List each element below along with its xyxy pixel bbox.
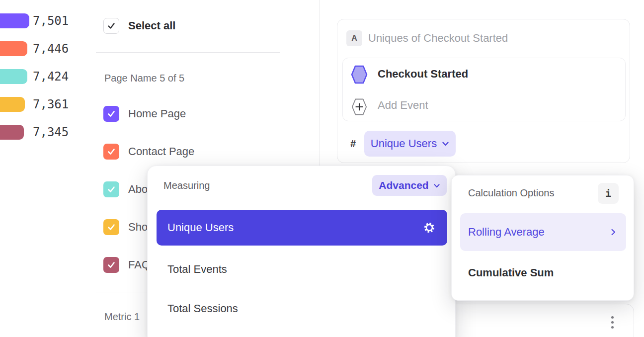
chevron-right-icon — [610, 228, 616, 236]
event-hexagon-icon — [351, 65, 368, 86]
measurement-chip[interactable]: Unique Users — [364, 131, 456, 157]
checkbox-contact-page[interactable] — [103, 144, 119, 160]
count-hash-symbol: # — [350, 131, 356, 157]
menu-option-label: Unique Users — [167, 221, 234, 234]
check-icon — [107, 223, 116, 232]
divider — [96, 52, 280, 53]
checkbox-about-page[interactable] — [103, 181, 119, 197]
legend-value-5: 7,345 — [33, 125, 69, 140]
add-event-button[interactable]: Add Event — [378, 91, 428, 120]
checkbox-shop-page[interactable] — [103, 219, 119, 235]
chevron-down-icon — [433, 183, 440, 188]
menu-option-label: Total Sessions — [167, 302, 238, 315]
calc-option-label: Rolling Average — [468, 226, 545, 239]
chevron-down-icon — [442, 141, 449, 147]
kebab-dot — [611, 316, 614, 319]
calculation-options-title: Calculation Options — [468, 187, 554, 199]
measuring-menu: Measuring Advanced Unique Users Total Ev… — [147, 166, 456, 337]
event-name[interactable]: Checkout Started — [378, 58, 468, 90]
legend-bar-5 — [0, 125, 24, 140]
calc-option-rolling-average[interactable]: Rolling Average — [460, 213, 626, 251]
query-builder-card: A Uniques of Checkout Started Checkout S… — [337, 19, 630, 163]
select-all-label: Select all — [128, 18, 175, 34]
checkbox-faq-page[interactable] — [103, 257, 119, 273]
calc-option-cumulative-sum[interactable]: Cumulative Sum — [468, 262, 554, 284]
label-home-page: Home Page — [128, 106, 186, 122]
label-contact-page: Contact Page — [128, 144, 194, 160]
select-all-checkbox[interactable] — [103, 18, 119, 34]
legend-bar-1 — [0, 13, 29, 28]
info-icon[interactable]: i — [598, 183, 619, 204]
legend-value-3: 7,424 — [33, 69, 69, 84]
metric-label: Metric 1 — [104, 311, 140, 323]
advanced-mode-dropdown[interactable]: Advanced — [372, 175, 447, 196]
add-event-hexagon-icon — [351, 98, 367, 118]
kebab-dot — [611, 321, 614, 324]
check-icon — [107, 260, 116, 269]
kebab-menu-button[interactable] — [608, 313, 617, 332]
event-list-card: Checkout Started Add Event — [342, 58, 626, 121]
measurement-chip-label: Unique Users — [371, 137, 437, 150]
legend-bar-2 — [0, 41, 27, 56]
calculation-options-menu: Calculation Options i Rolling Average Cu… — [451, 175, 634, 301]
check-icon — [107, 147, 116, 156]
checkbox-home-page[interactable] — [103, 106, 119, 122]
menu-option-unique-users[interactable]: Unique Users — [157, 210, 447, 246]
analytics-screen: 7,501 7,446 7,424 7,361 7,345 Select all… — [0, 0, 644, 337]
legend-bar-4 — [0, 97, 25, 112]
group-label: Page Name 5 of 5 — [104, 73, 184, 84]
legend-value-4: 7,361 — [33, 97, 69, 112]
legend-value-1: 7,501 — [33, 13, 69, 28]
gear-icon[interactable] — [423, 222, 435, 234]
report-title-input[interactable]: Uniques of Checkout Started — [368, 30, 508, 46]
check-icon — [107, 21, 116, 30]
series-letter-chip: A — [346, 30, 362, 46]
check-icon — [107, 109, 116, 118]
menu-option-total-sessions[interactable]: Total Sessions — [157, 291, 447, 327]
advanced-mode-label: Advanced — [379, 179, 428, 191]
legend-bar-3 — [0, 69, 27, 84]
menu-option-total-events[interactable]: Total Events — [157, 252, 447, 287]
kebab-dot — [611, 326, 614, 329]
menu-option-label: Total Events — [167, 263, 227, 276]
check-icon — [107, 185, 116, 194]
legend-value-2: 7,446 — [33, 41, 69, 56]
measuring-menu-title: Measuring — [163, 180, 210, 191]
